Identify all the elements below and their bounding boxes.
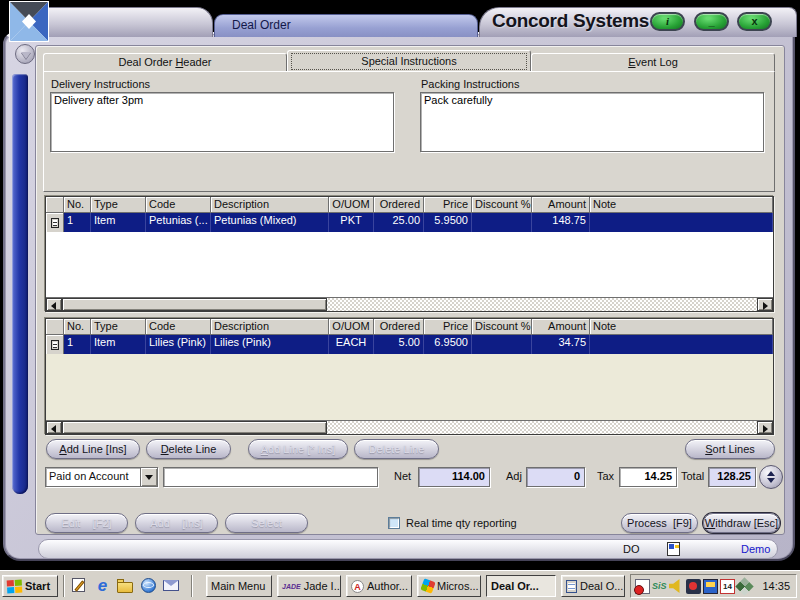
scroll-left-icon <box>51 302 56 310</box>
tab-special-instructions[interactable]: Special Instructions <box>287 50 531 71</box>
minimize-button[interactable]: _ <box>694 12 729 31</box>
scroll-thumb[interactable] <box>62 298 327 311</box>
grid-empty-area <box>46 232 773 297</box>
sis-glyph: SiS <box>652 581 667 591</box>
order-lines-grid-2[interactable]: No. Type Code Description O/UOM Ordered … <box>45 318 774 435</box>
close-button[interactable]: x <box>737 12 772 31</box>
cell-type: Item <box>91 213 146 232</box>
mail-icon[interactable] <box>162 576 181 595</box>
info-button[interactable]: i <box>650 12 685 31</box>
cell-price: 6.9500 <box>424 335 472 354</box>
info-icon: i <box>652 14 683 28</box>
task-button-jade[interactable]: JADE Jade I... <box>277 575 341 597</box>
scroll-right-icon <box>763 302 768 310</box>
scroll-right-button[interactable] <box>757 421 773 434</box>
content-area: Deal Order Header Special Instructions E… <box>35 45 785 535</box>
cell-discount <box>472 335 532 354</box>
scheduler-tray-icon[interactable] <box>635 579 650 594</box>
sis-tray-icon[interactable]: SiS <box>652 579 667 594</box>
add-button[interactable]: Add [Ins] <box>135 513 218 533</box>
cell-ordered: 25.00 <box>374 213 424 232</box>
tab-deal-order-header[interactable]: Deal Order Header <box>43 53 287 71</box>
windows-logo-icon <box>7 579 23 593</box>
task-button-main-menu[interactable]: Main Menu <box>206 575 272 597</box>
grid-1-horizontal-scrollbar[interactable] <box>46 297 773 311</box>
delete-line-2-button[interactable]: Delete Line <box>354 439 439 459</box>
agent-tray-icon[interactable] <box>686 579 701 594</box>
col-header-price: Price <box>424 319 472 335</box>
office-icon <box>420 578 435 593</box>
payment-method-value: Paid on Account <box>46 468 140 486</box>
collapse-button[interactable] <box>15 44 35 64</box>
process-button[interactable]: Process [F9] <box>621 513 698 533</box>
payment-method-select[interactable]: Paid on Account <box>45 467 158 487</box>
scroll-left-button[interactable] <box>46 421 62 434</box>
cell-uom: EACH <box>329 335 374 354</box>
doc-code-status: DO <box>623 543 640 555</box>
spinner-down-icon[interactable] <box>767 478 775 483</box>
scroll-left-button[interactable] <box>46 298 62 311</box>
task-button-microsoft[interactable]: Micros... <box>417 575 481 597</box>
order-lines-grid-1[interactable]: No. Type Code Description O/UOM Ordered … <box>45 196 774 312</box>
cell-price: 5.9500 <box>424 213 472 232</box>
delete-line-button[interactable]: Delete Line <box>146 439 231 459</box>
col-header-ordered: Ordered <box>374 319 424 335</box>
deal-order-window: Deal Order Header Special Instructions E… <box>3 32 795 561</box>
task-button-deal-order-active[interactable]: Deal Or... <box>486 575 556 597</box>
jade-icon: JADE <box>282 583 301 590</box>
jade-tray-icon[interactable] <box>735 577 753 595</box>
row-marker-cell <box>46 213 64 232</box>
row-marker-icon <box>51 340 59 350</box>
titlebar-left-panel <box>36 7 213 37</box>
grid-header: No. Type Code Description O/UOM Ordered … <box>46 197 773 213</box>
taskbar-separator <box>63 575 65 597</box>
task-label: Micros... <box>437 580 479 592</box>
realtime-qty-label: Real time qty reporting <box>406 517 517 529</box>
task-button-deal-order-2[interactable]: Deal O... <box>561 575 625 597</box>
start-button[interactable]: Start <box>2 575 58 597</box>
cell-no: 1 <box>64 213 91 232</box>
add-line-star-button[interactable]: Add Line [* Ins] <box>248 439 348 459</box>
col-header-uom: O/UOM <box>329 319 374 335</box>
folder-icon[interactable] <box>116 576 135 595</box>
tab-event-log[interactable]: Event Log <box>531 53 775 71</box>
spinner-up-icon[interactable] <box>767 471 775 476</box>
calendar-tray-icon[interactable]: 14 <box>720 579 735 594</box>
withdraw-button[interactable]: Withdraw [Esc] <box>703 513 780 533</box>
desktop-notes-icon[interactable] <box>70 576 89 595</box>
realtime-qty-checkbox[interactable] <box>388 517 400 529</box>
scroll-left-icon <box>51 425 56 433</box>
envelope-flap-shape <box>163 580 179 586</box>
marker-column-header <box>46 197 64 213</box>
internet-explorer-icon[interactable]: e <box>93 576 112 595</box>
task-button-author[interactable]: A Author... <box>346 575 412 597</box>
cell-code: Lilies (Pink) <box>146 335 211 354</box>
amount-spinner[interactable] <box>759 465 783 489</box>
dropdown-arrow-icon[interactable] <box>140 468 157 486</box>
tax-field[interactable]: 14.25 <box>619 467 677 487</box>
grid-2-horizontal-scrollbar[interactable] <box>46 420 773 434</box>
tab-label: Deal Order Header <box>119 56 212 68</box>
grid-row-lilies[interactable]: 1 Item Lilies (Pink) Lilies (Pink) EACH … <box>46 335 773 354</box>
col-header-ordered: Ordered <box>374 197 424 213</box>
select-button[interactable]: Select <box>225 513 308 533</box>
edit-button[interactable]: Edit [F2] <box>45 513 128 533</box>
globe-icon[interactable] <box>139 576 158 595</box>
grid-row-petunias[interactable]: 1 Item Petunias (... Petunias (Mixed) PK… <box>46 213 773 232</box>
tab-label: Event Log <box>628 56 678 68</box>
delivery-instructions-input[interactable]: Delivery after 3pm <box>50 92 394 152</box>
packing-instructions-input[interactable]: Pack carefully <box>420 92 764 152</box>
payment-reference-input[interactable] <box>163 467 378 487</box>
display-tray-icon[interactable] <box>703 579 718 594</box>
special-instructions-panel: Delivery Instructions Delivery after 3pm… <box>43 71 775 192</box>
scroll-thumb[interactable] <box>62 421 327 434</box>
tax-label: Tax <box>597 470 614 482</box>
document-status-icon <box>667 542 680 556</box>
sort-lines-button[interactable]: Sort Lines <box>685 439 775 459</box>
jade-logo-icon <box>9 1 49 42</box>
add-line-button[interactable]: Add Line [Ins] <box>46 439 140 459</box>
window-tab-deal-order[interactable]: Deal Order <box>214 14 478 37</box>
scroll-right-button[interactable] <box>757 298 773 311</box>
col-header-uom: O/UOM <box>329 197 374 213</box>
volume-tray-icon[interactable] <box>669 579 684 594</box>
